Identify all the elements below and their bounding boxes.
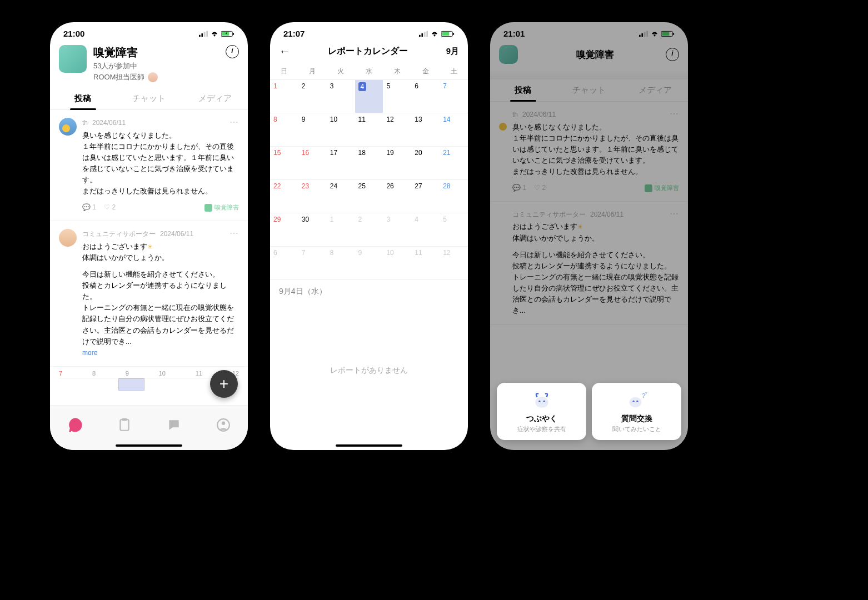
calendar-day[interactable]: 3 — [327, 80, 355, 113]
post-more-icon[interactable]: ⋯ — [230, 117, 239, 127]
post-text: 投稿とカレンダーが連携するようになりました。 — [82, 280, 239, 302]
more-link[interactable]: more — [82, 349, 97, 357]
calendar-day[interactable]: 22 — [270, 180, 298, 213]
screen-calendar: 21:07 ← レポートカレンダー 9月 日月火水木金土 12345678910… — [270, 22, 468, 450]
calendar-day[interactable]: 10 — [383, 247, 411, 280]
svg-point-25 — [535, 397, 548, 408]
post-text: おはようございます☀ — [512, 221, 679, 232]
comment-count[interactable]: 💬 1 — [82, 202, 96, 213]
post-tag[interactable]: 嗅覚障害 — [645, 183, 679, 193]
status-icons — [639, 31, 675, 37]
calendar-day[interactable]: 1 — [327, 213, 355, 247]
nav-chat-icon[interactable] — [167, 418, 181, 432]
action-title: つぶやく — [501, 414, 582, 424]
calendar-day[interactable]: 8 — [270, 113, 298, 147]
post-more-icon[interactable]: ⋯ — [670, 208, 679, 219]
status-icons — [199, 31, 235, 37]
svg-point-26 — [538, 401, 540, 402]
calendar-month[interactable]: 9月 — [446, 46, 459, 57]
calendar-day[interactable]: 29 — [270, 213, 298, 247]
post-text: 臭いを感じなくなりました。 — [512, 122, 679, 133]
calendar-day[interactable]: 7 — [440, 80, 468, 113]
calendar-day[interactable]: 11 — [411, 247, 440, 280]
calendar-day[interactable]: 23 — [298, 180, 327, 213]
calendar-day[interactable]: 28 — [440, 180, 468, 213]
tab-chat[interactable]: チャット — [556, 79, 622, 101]
calendar-day[interactable]: 27 — [411, 180, 440, 213]
home-indicator[interactable] — [116, 444, 182, 447]
tab-media[interactable]: メディア — [182, 88, 248, 109]
back-arrow-icon[interactable]: ← — [279, 45, 290, 58]
post-more-icon[interactable]: ⋯ — [230, 228, 239, 238]
info-icon[interactable]: i — [226, 45, 239, 58]
calendar-day[interactable]: 10 — [327, 113, 355, 147]
home-indicator[interactable] — [336, 444, 402, 447]
fab-add-button[interactable]: + — [210, 370, 238, 398]
comment-count[interactable]: 💬 1 — [512, 183, 526, 193]
calendar-day[interactable]: 17 — [327, 147, 355, 180]
calendar-day[interactable]: 1 — [270, 80, 298, 113]
post-meta: コミュニティサポーター2024/06/11 — [512, 209, 679, 220]
calendar-day[interactable]: 3 — [383, 213, 411, 247]
calendar-day[interactable]: 14 — [440, 113, 468, 147]
nav-profile-icon[interactable] — [216, 418, 231, 432]
calendar-day[interactable]: 5 — [383, 80, 411, 113]
room-participants: 53人が参加中 — [93, 61, 239, 71]
calendar-day[interactable]: 4 — [355, 80, 383, 113]
post-item[interactable]: th2024/06/11 臭いを感じなくなりました。 １年半前にコロナにかかりま… — [490, 102, 688, 202]
calendar-day[interactable]: 21 — [440, 147, 468, 180]
tabs: 投稿 チャット メディア — [490, 79, 688, 102]
calendar-day[interactable]: 16 — [298, 147, 327, 180]
post-item[interactable]: コミュニティサポーター2024/06/11 おはようございます☀ 体調はいかがで… — [490, 202, 688, 325]
calendar-day[interactable]: 2 — [355, 213, 383, 247]
calendar-day[interactable]: 15 — [270, 147, 298, 180]
svg-rect-13 — [424, 32, 426, 37]
calendar-day[interactable]: 7 — [298, 247, 327, 280]
action-tweet-button[interactable]: つぶやく 症状や診察を共有 — [497, 383, 586, 440]
post-text: まだはっきりした改善は見られません。 — [82, 186, 239, 197]
svg-rect-5 — [222, 32, 229, 35]
calendar-day[interactable]: 24 — [327, 180, 355, 213]
nav-clipboard-icon[interactable] — [117, 418, 132, 432]
post-tag[interactable]: 嗅覚障害 — [204, 203, 239, 212]
calendar-day[interactable]: 18 — [355, 147, 383, 180]
calendar-day[interactable]: 19 — [383, 147, 411, 180]
post-more-icon[interactable]: ⋯ — [670, 108, 679, 119]
svg-point-30 — [636, 401, 638, 402]
post-text: トレーニングの有無と一緒に現在の嗅覚状態を記録したり自分の病状管理にぜひお役立て… — [512, 272, 679, 317]
tab-chat[interactable]: チャット — [116, 88, 182, 109]
calendar-day[interactable]: 13 — [411, 113, 440, 147]
calendar-day[interactable]: 30 — [298, 213, 327, 247]
post-item[interactable]: th2024/06/11 臭いを感じなくなりました。 １年半前にコロナにかかりま… — [50, 110, 248, 221]
action-question-button[interactable]: ?? 質問交換 聞いてみたいこと — [592, 383, 681, 440]
calendar-day[interactable]: 6 — [270, 247, 298, 280]
calendar-day[interactable]: 6 — [411, 80, 440, 113]
calendar-day[interactable]: 4 — [411, 213, 440, 247]
tab-posts[interactable]: 投稿 — [490, 79, 556, 101]
calendar-day[interactable]: 26 — [383, 180, 411, 213]
calendar-day[interactable]: 12 — [440, 247, 468, 280]
calendar-day[interactable]: 25 — [355, 180, 383, 213]
status-bar: 21:00 — [50, 22, 248, 41]
calendar-day[interactable]: 8 — [327, 247, 355, 280]
calendar-dow: 金 — [411, 63, 440, 80]
like-count[interactable]: ♡ 2 — [534, 183, 546, 193]
room-title: 嗅覚障害 — [93, 45, 239, 60]
calendar-day[interactable]: 11 — [355, 113, 383, 147]
tab-media[interactable]: メディア — [622, 79, 688, 101]
calendar-day[interactable]: 5 — [440, 213, 468, 247]
info-icon[interactable]: i — [666, 48, 679, 61]
status-time: 21:00 — [63, 29, 84, 38]
calendar-day[interactable]: 9 — [355, 247, 383, 280]
post-item[interactable]: コミュニティサポーター2024/06/11 おはようございます☀ 体調はいかがで… — [50, 221, 248, 367]
calendar-day[interactable]: 2 — [298, 80, 327, 113]
svg-point-28 — [629, 397, 641, 407]
like-count[interactable]: ♡ 2 — [104, 202, 116, 213]
calendar-day[interactable]: 9 — [298, 113, 327, 147]
calendar-dow: 月 — [298, 63, 327, 80]
tab-posts[interactable]: 投稿 — [50, 88, 116, 109]
action-sheet: つぶやく 症状や診察を共有 ?? 質問交換 聞いてみたいこと — [497, 383, 681, 440]
nav-home-icon[interactable] — [68, 418, 82, 432]
calendar-day[interactable]: 12 — [383, 113, 411, 147]
calendar-day[interactable]: 20 — [411, 147, 440, 180]
